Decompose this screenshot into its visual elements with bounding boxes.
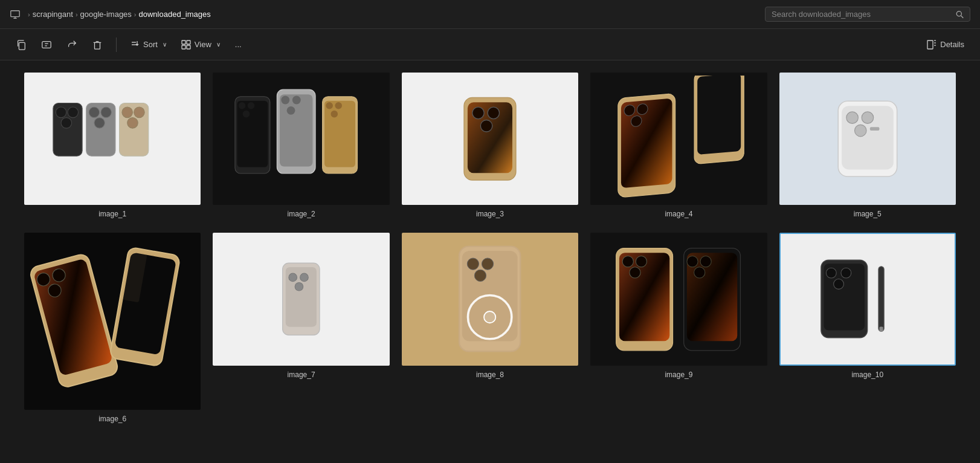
list-item[interactable]: image_2 xyxy=(213,73,389,218)
svg-point-40 xyxy=(281,96,289,105)
sort-label: Sort xyxy=(143,40,158,49)
toolbar-right: Details xyxy=(921,36,970,53)
list-item[interactable]: image_1 xyxy=(24,73,201,218)
svg-point-95 xyxy=(694,267,704,278)
svg-point-94 xyxy=(700,256,711,267)
svg-point-90 xyxy=(629,267,640,278)
list-item[interactable]: image_9 xyxy=(590,233,767,423)
view-label: View xyxy=(195,40,211,49)
image-thumb-9 xyxy=(590,233,767,365)
share-button[interactable] xyxy=(60,36,83,54)
breadcrumb-scrapingant[interactable]: scrapingant xyxy=(33,10,73,19)
svg-point-27 xyxy=(100,107,111,118)
breadcrumb-sep-1: › xyxy=(76,11,78,18)
svg-point-46 xyxy=(335,102,342,109)
svg-point-93 xyxy=(686,256,697,267)
svg-point-63 xyxy=(862,112,873,123)
main-content: image_1 xyxy=(0,60,980,435)
svg-rect-65 xyxy=(870,127,880,131)
svg-point-36 xyxy=(247,102,254,109)
more-label: ... xyxy=(235,40,242,49)
delete-button[interactable] xyxy=(86,36,109,54)
breadcrumb: › scrapingant › google-images › download… xyxy=(10,9,211,20)
breadcrumb-downloaded-images[interactable]: downloaded_images xyxy=(139,10,211,19)
rename-icon xyxy=(41,39,52,50)
svg-rect-9 xyxy=(95,42,100,49)
copy-icon xyxy=(16,39,27,50)
image-label-2: image_2 xyxy=(288,210,315,218)
sort-chevron: ∨ xyxy=(163,41,167,48)
rename-button[interactable] xyxy=(35,36,58,54)
toolbar-sep-1 xyxy=(116,37,117,52)
monitor-icon xyxy=(10,9,21,20)
svg-point-82 xyxy=(482,258,494,270)
view-chevron: ∨ xyxy=(216,41,221,48)
svg-point-41 xyxy=(292,96,301,105)
svg-point-51 xyxy=(488,107,499,118)
svg-point-62 xyxy=(846,112,858,123)
svg-rect-5 xyxy=(19,42,25,50)
svg-rect-102 xyxy=(880,327,883,332)
image-thumb-3 xyxy=(402,73,578,205)
more-button[interactable]: ... xyxy=(229,36,248,53)
svg-point-78 xyxy=(295,283,303,291)
image-label-8: image_8 xyxy=(476,371,504,379)
svg-point-26 xyxy=(89,107,100,118)
svg-point-50 xyxy=(472,107,484,118)
svg-point-24 xyxy=(61,118,72,129)
svg-rect-16 xyxy=(187,45,190,49)
svg-rect-72 xyxy=(115,252,176,355)
image-thumb-4 xyxy=(590,73,767,205)
image-label-4: image_4 xyxy=(665,210,692,218)
list-item[interactable]: image_6 xyxy=(24,233,201,423)
search-input[interactable] xyxy=(772,10,951,19)
svg-point-81 xyxy=(468,258,479,270)
svg-rect-34 xyxy=(237,101,268,167)
top-bar: › scrapingant › google-images › download… xyxy=(0,0,980,29)
list-item[interactable]: image_4 xyxy=(590,73,767,218)
image-label-10: image_10 xyxy=(851,371,883,379)
svg-point-76 xyxy=(289,273,297,282)
svg-point-52 xyxy=(480,120,492,131)
list-item[interactable]: image_8 xyxy=(402,233,578,423)
svg-rect-17 xyxy=(927,40,933,49)
search-bar[interactable] xyxy=(765,7,970,22)
breadcrumb-google-images[interactable]: google-images xyxy=(80,10,132,19)
svg-point-100 xyxy=(834,279,844,290)
svg-point-47 xyxy=(330,111,338,118)
image-label-9: image_9 xyxy=(665,371,692,379)
svg-rect-13 xyxy=(182,40,185,44)
image-thumb-10 xyxy=(779,233,956,365)
svg-point-32 xyxy=(127,118,138,129)
svg-point-35 xyxy=(238,102,245,109)
copy-button[interactable] xyxy=(10,36,33,54)
svg-point-28 xyxy=(94,118,105,129)
svg-point-45 xyxy=(326,102,333,109)
search-icon xyxy=(956,10,964,19)
svg-point-83 xyxy=(475,270,486,282)
breadcrumb-sep-2: › xyxy=(134,11,137,18)
details-button[interactable]: Details xyxy=(921,36,970,53)
delete-icon xyxy=(92,39,103,50)
breadcrumb-sep-0: › xyxy=(28,11,30,18)
svg-rect-39 xyxy=(280,95,312,167)
svg-point-98 xyxy=(827,268,837,279)
toolbar: Sort ∨ View ∨ ... Details xyxy=(0,29,980,60)
image-label-7: image_7 xyxy=(288,371,315,379)
svg-rect-0 xyxy=(11,10,19,16)
list-item[interactable]: image_7 xyxy=(213,233,389,423)
list-item[interactable]: image_3 xyxy=(402,73,578,218)
image-grid: image_1 xyxy=(24,73,956,423)
svg-point-89 xyxy=(636,256,646,267)
svg-point-23 xyxy=(68,107,79,118)
svg-point-85 xyxy=(484,311,495,323)
svg-point-30 xyxy=(122,107,133,118)
sort-button[interactable]: Sort ∨ xyxy=(124,36,173,53)
list-item[interactable]: image_5 xyxy=(779,73,956,218)
svg-rect-15 xyxy=(182,45,185,49)
svg-point-22 xyxy=(56,107,66,118)
svg-rect-59 xyxy=(697,76,741,155)
image-thumb-1 xyxy=(24,73,201,205)
view-button[interactable]: View ∨ xyxy=(175,36,227,53)
list-item[interactable]: image_10 xyxy=(779,233,956,423)
